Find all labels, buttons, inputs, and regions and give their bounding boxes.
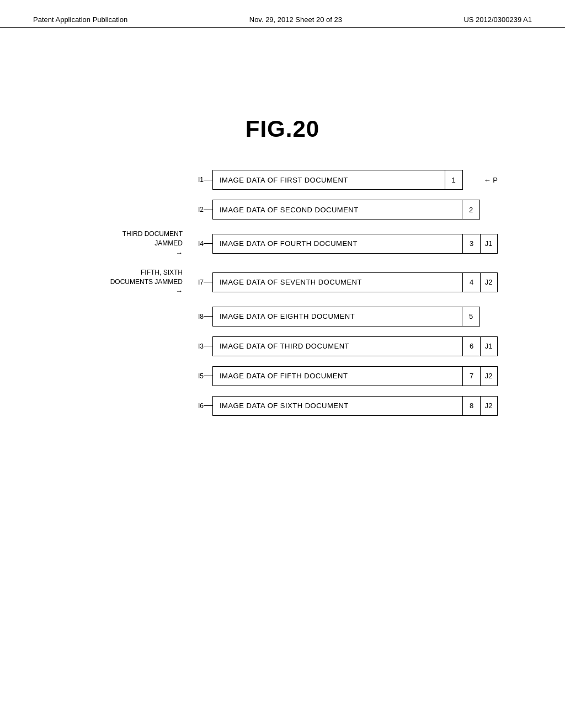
p-label: ← P: [484, 176, 498, 184]
data-box: IMAGE DATA OF THIRD DOCUMENT6: [212, 336, 481, 356]
page-number-cell: 8: [462, 396, 480, 416]
table-row: I2IMAGE DATA OF SECOND DOCUMENT2: [78, 200, 498, 220]
row-id-label: I5: [186, 372, 204, 380]
j-tag-cell: J2: [480, 272, 498, 292]
data-label: IMAGE DATA OF EIGHTH DOCUMENT: [213, 312, 462, 320]
data-box: IMAGE DATA OF EIGHTH DOCUMENT5: [212, 307, 480, 326]
header-patent-number: US 2012/0300239 A1: [463, 15, 532, 24]
data-box: IMAGE DATA OF SEVENTH DOCUMENT4: [212, 272, 481, 292]
data-box: IMAGE DATA OF SIXTH DOCUMENT8: [212, 396, 481, 416]
row-id-label: I3: [186, 342, 204, 350]
data-box: IMAGE DATA OF FIFTH DOCUMENT7: [212, 366, 481, 386]
table-row: I6IMAGE DATA OF SIXTH DOCUMENT8J2: [78, 396, 498, 416]
table-row: THIRD DOCUMENTJAMMED→I4IMAGE DATA OF FOU…: [78, 229, 498, 258]
page-number-cell: 4: [462, 272, 480, 292]
j-tag-cell: J1: [480, 336, 498, 356]
page-number-cell: 6: [462, 336, 480, 356]
table-row: I3IMAGE DATA OF THIRD DOCUMENT6J1: [78, 336, 498, 356]
data-label: IMAGE DATA OF FOURTH DOCUMENT: [213, 239, 462, 248]
row-id-label: I2: [186, 206, 204, 213]
page-number-cell: 2: [462, 200, 479, 220]
table-row: I8IMAGE DATA OF EIGHTH DOCUMENT5: [78, 307, 498, 326]
page-header: Patent Application Publication Nov. 29, …: [0, 0, 565, 28]
figure-title: FIG.20: [0, 116, 565, 142]
row-id-label: I6: [186, 402, 204, 410]
row-left-annotation: THIRD DOCUMENTJAMMED→: [78, 229, 186, 258]
row-left-annotation: FIFTH, SIXTHDOCUMENTS JAMMED→: [78, 268, 186, 297]
header-publication: Patent Application Publication: [33, 15, 127, 24]
row-id-label: I7: [186, 279, 204, 286]
page-number-cell: 5: [462, 307, 479, 326]
page-number-cell: 3: [462, 234, 480, 254]
page-number-cell: 7: [462, 366, 480, 386]
j-tag-cell: J2: [480, 396, 498, 416]
row-id-label: I8: [186, 313, 204, 320]
data-label: IMAGE DATA OF SECOND DOCUMENT: [213, 206, 462, 214]
table-row: I5IMAGE DATA OF FIFTH DOCUMENT7J2: [78, 366, 498, 386]
data-label: IMAGE DATA OF FIFTH DOCUMENT: [213, 372, 462, 380]
data-box: IMAGE DATA OF FIRST DOCUMENT1: [212, 170, 463, 190]
data-label: IMAGE DATA OF SEVENTH DOCUMENT: [213, 278, 462, 286]
header-date-sheet: Nov. 29, 2012 Sheet 20 of 23: [249, 15, 342, 24]
j-tag-cell: J1: [480, 234, 498, 254]
data-label: IMAGE DATA OF FIRST DOCUMENT: [213, 176, 445, 184]
data-label: IMAGE DATA OF THIRD DOCUMENT: [213, 342, 462, 350]
diagram-area: I1IMAGE DATA OF FIRST DOCUMENT1← PI2IMAG…: [67, 170, 498, 416]
data-box: IMAGE DATA OF SECOND DOCUMENT2: [212, 200, 480, 220]
row-id-label: I1: [186, 176, 204, 184]
j-tag-cell: J2: [480, 366, 498, 386]
table-row: FIFTH, SIXTHDOCUMENTS JAMMED→I7IMAGE DAT…: [78, 268, 498, 297]
table-row: I1IMAGE DATA OF FIRST DOCUMENT1← P: [78, 170, 498, 190]
row-id-label: I4: [186, 240, 204, 248]
page-number-cell: 1: [445, 170, 462, 190]
data-box: IMAGE DATA OF FOURTH DOCUMENT3: [212, 234, 481, 254]
data-label: IMAGE DATA OF SIXTH DOCUMENT: [213, 402, 462, 410]
